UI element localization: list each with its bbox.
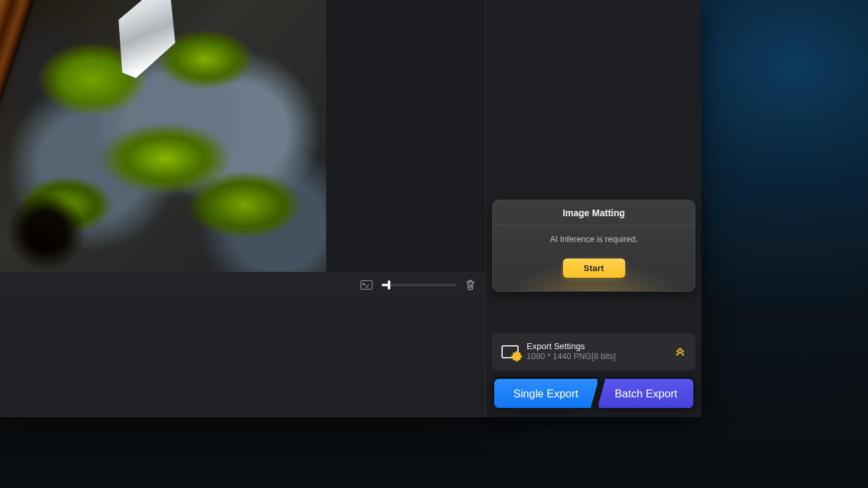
canvas-area: [0, 0, 485, 298]
single-export-button[interactable]: Single Export: [492, 377, 599, 410]
trash-icon[interactable]: [465, 279, 476, 291]
export-settings-detail: 1080 * 1440 PNG[8 bits]: [527, 352, 666, 362]
image-matting-body: AI Inference is required. Start: [493, 225, 695, 291]
app-window: Image Matting AI Inference is required. …: [0, 0, 701, 417]
export-settings-icon: [501, 345, 519, 358]
zoom-slider-thumb[interactable]: [388, 280, 390, 290]
image-matting-panel: Image Matting AI Inference is required. …: [492, 200, 695, 292]
preview-image[interactable]: [0, 0, 326, 272]
image-matting-message: AI Inference is required.: [493, 235, 695, 244]
image-matting-title: Image Matting: [493, 200, 695, 225]
batch-export-button[interactable]: Batch Export: [597, 377, 695, 410]
export-buttons: Single Export Batch Export: [492, 377, 695, 410]
chevron-up-icon: [674, 345, 686, 359]
canvas-toolbar: [0, 272, 485, 298]
export-settings-title: Export Settings: [527, 341, 666, 352]
zoom-slider[interactable]: [382, 284, 456, 286]
sidebar: Image Matting AI Inference is required. …: [485, 0, 701, 417]
start-button[interactable]: Start: [563, 259, 625, 278]
export-settings-row[interactable]: Export Settings 1080 * 1440 PNG[8 bits]: [492, 333, 695, 370]
thumbnail-icon[interactable]: [361, 280, 372, 290]
